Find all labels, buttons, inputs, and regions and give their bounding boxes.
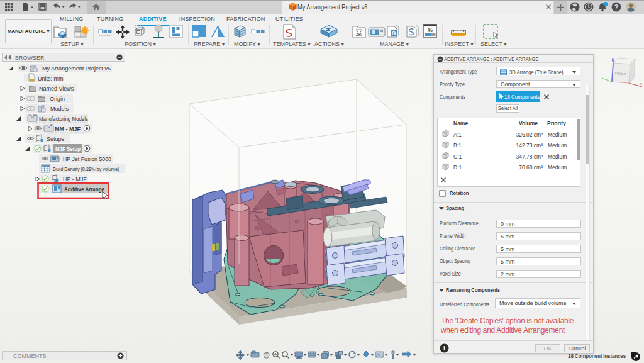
svg-text:142.73 cm³: 142.73 cm³ [516,142,543,148]
svg-text:D:1: D:1 [453,164,462,170]
svg-text:Manufacturing Models: Manufacturing Models [39,116,88,122]
svg-text:Models: Models [50,106,69,112]
svg-text:Name: Name [453,120,468,126]
svg-text:B:1: B:1 [453,142,462,148]
svg-text:Setups: Setups [47,136,65,142]
svg-text:Units: mm: Units: mm [38,75,64,82]
svg-text:Additive Arrange: Additive Arrange [64,186,104,193]
svg-text:Medium: Medium [548,131,567,138]
svg-text:MM - MJF: MM - MJF [55,126,80,132]
svg-text:Medium: Medium [548,142,567,148]
svg-text:MJF Setup: MJF Setup [55,146,80,152]
svg-text:x: x [640,82,642,86]
svg-text:A:1: A:1 [453,131,462,138]
svg-text:70.60 cm³: 70.60 cm³ [519,164,543,170]
svg-text:347.78 cm³: 347.78 cm³ [516,154,543,160]
svg-text:Volume: Volume [519,120,538,126]
svg-text:My Arrangement Project v5: My Arrangement Project v5 [42,65,111,72]
svg-text:G: G [392,30,396,36]
svg-text:Build Density [8.29% by volume: Build Density [8.29% by volume] [53,166,119,172]
svg-text:Origin: Origin [50,96,65,102]
svg-text:HP - MJF: HP - MJF [63,176,87,182]
svg-text:Named Views: Named Views [39,86,74,92]
svg-text:i: i [443,345,445,352]
svg-text:326.02 cm³: 326.02 cm³ [516,131,543,138]
svg-text:HP Jet Fusion 5000: HP Jet Fusion 5000 [63,156,111,162]
svg-text:?: ? [614,3,618,11]
svg-text:Medium: Medium [548,164,567,170]
svg-text:%: % [428,27,433,33]
svg-text:Medium: Medium [548,154,567,160]
svg-text:C:1: C:1 [453,154,462,160]
svg-text:Priority: Priority [547,120,566,126]
